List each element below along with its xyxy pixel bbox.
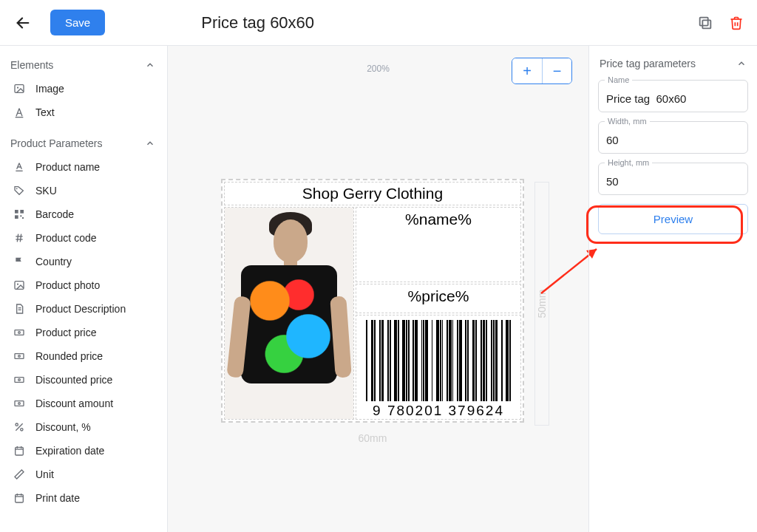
- svg-rect-21: [15, 330, 24, 335]
- param-expiration-date[interactable]: Expiration date: [6, 439, 160, 463]
- param-print-date[interactable]: Print date: [6, 486, 160, 510]
- width-field[interactable]: Width, mm: [598, 121, 748, 154]
- product-photo-placeholder: [225, 208, 353, 419]
- price-tag-template[interactable]: Shop Gerry Clothing %name% %price% 9 780…: [221, 179, 524, 423]
- name-input[interactable]: [606, 92, 740, 105]
- delete-button[interactable]: [726, 13, 747, 33]
- canvas[interactable]: 200% + − 50mm 60mm Shop Gerry Clothing %…: [168, 46, 588, 532]
- svg-rect-25: [15, 378, 24, 383]
- svg-point-26: [18, 379, 21, 381]
- copy-icon: [697, 15, 713, 31]
- width-label: Width, mm: [605, 117, 650, 126]
- flag-icon: [13, 256, 25, 267]
- zoom-out-button[interactable]: −: [542, 58, 571, 83]
- zoom-controls: + −: [512, 58, 572, 84]
- image-icon: [13, 279, 25, 291]
- svg-rect-27: [15, 401, 24, 406]
- ruler-icon: [13, 468, 25, 480]
- param-product-photo[interactable]: Product photo: [6, 273, 160, 297]
- svg-point-7: [16, 188, 18, 189]
- svg-point-30: [16, 423, 18, 426]
- template-product-photo[interactable]: [224, 207, 354, 420]
- chevron-up-icon: [145, 60, 155, 70]
- param-product-code[interactable]: Product code: [6, 226, 160, 250]
- barcode-bars: [366, 320, 511, 401]
- width-input[interactable]: [606, 134, 740, 146]
- param-product-name[interactable]: Product name: [6, 155, 160, 179]
- text-icon: [13, 106, 25, 118]
- svg-rect-32: [16, 447, 24, 455]
- svg-rect-2: [700, 17, 708, 25]
- duplicate-button[interactable]: [695, 13, 716, 33]
- sidebar: Elements Image Text Product Parameters P…: [0, 46, 168, 532]
- calendar-icon: [13, 492, 25, 504]
- height-ruler: 50mm: [534, 182, 549, 426]
- param-rounded-price[interactable]: Rounded price: [6, 344, 160, 368]
- param-product-price[interactable]: Product price: [6, 321, 160, 344]
- template-name-placeholder[interactable]: %name%: [356, 207, 521, 282]
- name-field[interactable]: Name: [598, 80, 748, 112]
- param-sku[interactable]: SKU: [6, 179, 160, 202]
- svg-rect-8: [15, 210, 18, 214]
- height-input[interactable]: [606, 175, 740, 188]
- svg-rect-12: [22, 217, 24, 219]
- svg-rect-23: [15, 354, 24, 359]
- svg-line-29: [16, 423, 22, 430]
- svg-rect-10: [15, 215, 18, 219]
- height-field[interactable]: Height, mm: [598, 163, 748, 195]
- arrow-left-icon: [15, 15, 31, 31]
- template-shop-title[interactable]: Shop Gerry Clothing: [224, 182, 521, 205]
- svg-point-4: [17, 87, 18, 89]
- tag-icon: [13, 185, 25, 197]
- save-button[interactable]: Save: [50, 10, 105, 35]
- svg-point-24: [18, 355, 21, 358]
- percent-icon: [13, 421, 25, 433]
- money-icon: [13, 350, 25, 362]
- param-country[interactable]: Country: [6, 250, 160, 273]
- svg-rect-1: [702, 20, 710, 28]
- back-button[interactable]: [10, 10, 35, 35]
- chevron-up-icon: [145, 138, 155, 149]
- name-label: Name: [605, 75, 632, 84]
- money-icon: [13, 374, 25, 386]
- param-unit[interactable]: Unit: [6, 463, 160, 486]
- svg-rect-3: [15, 85, 24, 93]
- svg-line-15: [17, 234, 18, 242]
- document-icon: [13, 303, 25, 315]
- param-product-description[interactable]: Product Description: [6, 297, 160, 321]
- trash-icon: [729, 15, 744, 31]
- element-image[interactable]: Image: [6, 77, 160, 100]
- money-icon: [13, 327, 25, 338]
- hash-icon: [13, 232, 25, 244]
- svg-rect-36: [16, 494, 24, 502]
- svg-line-16: [20, 234, 21, 242]
- qr-icon: [13, 208, 25, 220]
- section-elements-header[interactable]: Elements: [6, 53, 160, 77]
- svg-point-31: [21, 429, 23, 431]
- svg-rect-11: [20, 215, 21, 216]
- param-discount-percent[interactable]: Discount, %: [6, 415, 160, 439]
- width-ruler: 60mm: [221, 430, 524, 446]
- calendar-icon: [13, 445, 25, 457]
- parameters-panel: Price tag parameters Name Width, mm Heig…: [588, 46, 757, 532]
- preview-button[interactable]: Preview: [598, 204, 748, 234]
- svg-rect-17: [15, 282, 24, 290]
- param-discount-amount[interactable]: Discount amount: [6, 392, 160, 415]
- element-text[interactable]: Text: [6, 100, 160, 124]
- svg-point-18: [17, 284, 18, 285]
- text-underline-icon: [13, 161, 25, 173]
- param-barcode[interactable]: Barcode: [6, 202, 160, 226]
- page-title: Price tag 60x60: [201, 13, 314, 33]
- param-discounted-price[interactable]: Discounted price: [6, 368, 160, 392]
- chevron-up-icon: [736, 58, 747, 69]
- image-icon: [13, 83, 25, 95]
- svg-rect-9: [20, 210, 24, 214]
- svg-point-28: [18, 403, 21, 405]
- zoom-in-button[interactable]: +: [512, 58, 542, 83]
- section-product-params-header[interactable]: Product Parameters: [6, 132, 160, 155]
- height-label: Height, mm: [605, 158, 652, 167]
- svg-point-22: [18, 332, 21, 334]
- template-price-placeholder[interactable]: %price%: [356, 284, 521, 313]
- money-icon: [13, 398, 25, 409]
- template-barcode[interactable]: 9 780201 379624: [356, 315, 521, 420]
